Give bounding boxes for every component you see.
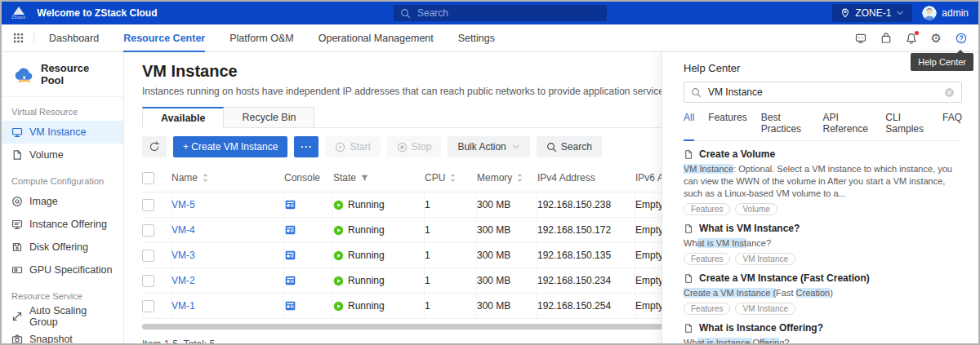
app-window: ZStack Welcome to ZStack Cloud ZONE-1 ad… [0,0,980,345]
sidebar-item-auto-scaling-group[interactable]: Auto Scaling Group [2,305,123,328]
more-actions-button[interactable]: ··· [294,136,318,157]
row-checkbox[interactable] [142,300,154,312]
sidebar-item-instance-offering[interactable]: Instance Offering [2,213,123,236]
sidebar-section-label: Compute Configuration [2,166,123,190]
tab-recycle-bin[interactable]: Recycle Bin [224,107,314,128]
help-icon[interactable] [956,33,967,44]
help-tab-cli-samples[interactable]: CLI Samples [885,112,929,140]
row-checkbox[interactable] [142,275,154,287]
select-all-checkbox[interactable] [142,172,154,184]
help-search-input[interactable] [706,86,939,99]
row-checkbox[interactable] [142,250,154,262]
help-result-title[interactable]: Create a VM Instance (Fast Creation) [684,272,962,284]
cpu-value: 1 [425,294,477,318]
sidebar-item-gpu-specification[interactable]: GPU Specification [2,259,123,281]
column-header-memory[interactable]: Memory [477,164,537,192]
vm-name-link[interactable]: VM-3 [172,250,195,261]
monitor-icon [11,126,23,138]
sidebar-item-snapshot[interactable]: Snapshot [2,328,123,345]
help-result-title[interactable]: What is VM Instance? [684,223,962,234]
doc-icon [684,323,693,334]
zstack-logo-text: ZStack [11,15,25,20]
help-result-snippet: What is Instance Offering? [684,337,962,345]
sidebar-item-volume[interactable]: Volume [2,144,123,166]
filter-icon[interactable] [360,174,369,183]
global-search[interactable] [394,5,607,21]
topbar-right: ZONE-1 admin [832,4,969,22]
nav-items: DashboardResource CenterPlatform O&MOper… [49,24,519,51]
sidebar-item-vm-instance[interactable]: VM Instance [2,121,123,144]
zone-selector[interactable]: ZONE-1 [832,4,912,22]
help-tab-all[interactable]: All [684,112,694,140]
nav-item-operational-management[interactable]: Operational Management [318,24,434,52]
app-grid-icon[interactable] [13,33,24,43]
welcome-text: Welcome to ZStack Cloud [37,7,157,19]
column-header-state[interactable]: State [333,164,425,192]
help-result-title[interactable]: Create a Volume [684,148,962,160]
support-console-icon[interactable] [855,33,866,44]
nav-item-dashboard[interactable]: Dashboard [49,24,99,52]
main-nav: DashboardResource CenterPlatform O&MOper… [2,24,978,52]
column-header-name[interactable]: Name [172,164,284,192]
help-search[interactable] [684,82,962,103]
column-header-cpu[interactable]: CPU [425,164,477,192]
resource-pool-header[interactable]: Resource Pool [2,52,123,97]
sidebar: Resource Pool Virtual ResourceVM Instanc… [2,52,124,345]
user-menu[interactable]: admin [922,6,969,20]
table-search-button[interactable]: Search [537,136,602,157]
help-center-panel: Help Center AllFeaturesBest PracticesAPI… [662,52,978,345]
console-icon[interactable] [284,199,296,210]
avatar [922,6,937,20]
state-text: Running [348,250,385,261]
sidebar-section-label: Resource Service [2,281,123,305]
global-search-input[interactable] [416,7,600,20]
help-tab-api-reference[interactable]: API Reference [823,112,872,140]
state-text: Running [348,300,385,312]
stop-button: Stop [387,136,442,157]
cpu-value: 1 [425,268,477,293]
console-icon[interactable] [284,250,296,261]
console-icon[interactable] [284,275,296,286]
help-result-title[interactable]: What is Instance Offering? [684,322,962,334]
help-result-tags: FeaturesVM Instance [684,303,962,315]
sort-icon[interactable] [516,173,523,183]
stop-icon [397,142,408,153]
clear-search-icon[interactable] [944,87,955,98]
top-bar: ZStack Welcome to ZStack Cloud ZONE-1 ad… [2,2,978,24]
refresh-button[interactable] [142,136,167,157]
sidebar-item-image[interactable]: Image [2,190,123,213]
package-icon[interactable] [880,33,892,44]
row-checkbox[interactable] [142,199,154,211]
ipv4-value: 192.168.150.135 [537,243,635,268]
zstack-logo: ZStack [11,7,25,20]
create-vm-instance-button[interactable]: + Create VM Instance [173,136,287,157]
gear-icon[interactable]: ⚙ [931,32,942,44]
console-icon[interactable] [284,300,296,312]
nav-item-settings[interactable]: Settings [458,24,495,52]
vm-name-link[interactable]: VM-5 [172,199,195,210]
row-checkbox[interactable] [142,224,154,237]
bulk-action-button[interactable]: Bulk Action [448,136,529,157]
notifications-bell-icon[interactable] [906,33,917,44]
vm-name-link[interactable]: VM-2 [172,275,195,286]
tag: Features [684,203,730,215]
console-icon[interactable] [284,224,296,236]
help-tab-best-practices[interactable]: Best Practices [761,112,809,140]
nav-item-platform-o-m[interactable]: Platform O&M [229,24,294,52]
help-tab-faq[interactable]: FAQ [942,112,962,140]
help-tab-features[interactable]: Features [708,112,746,140]
chevron-down-icon [512,143,520,151]
image-icon [11,196,23,207]
sort-icon[interactable] [449,173,457,183]
vm-name-link[interactable]: VM-1 [172,300,195,312]
memory-value: 300 MB [477,294,537,318]
tab-available[interactable]: Available [142,107,224,128]
sidebar-item-disk-offering[interactable]: Disk Offering [2,236,123,259]
search-icon [400,8,411,19]
sort-icon[interactable] [202,173,209,183]
help-result: What is VM Instance?What is VM Instance?… [684,223,962,265]
column-header-console: Console [284,164,333,192]
nav-item-resource-center[interactable]: Resource Center [123,24,205,52]
tag: Features [684,303,730,315]
vm-name-link[interactable]: VM-4 [172,224,195,236]
